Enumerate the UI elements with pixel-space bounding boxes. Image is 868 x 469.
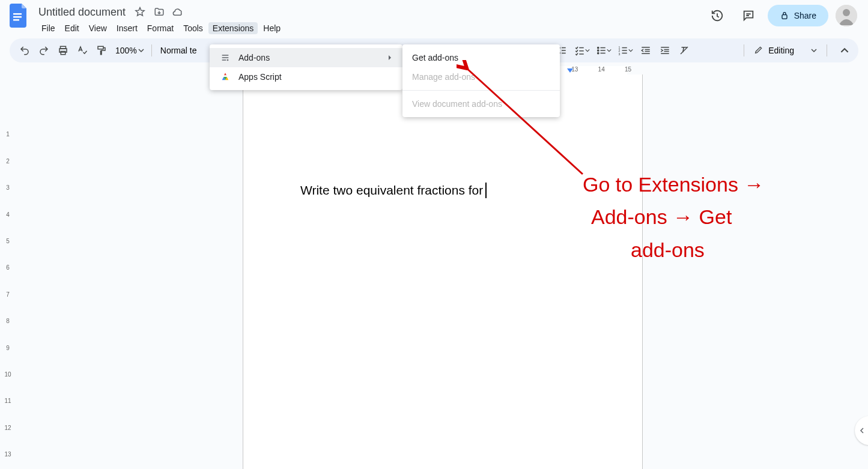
checklist-button[interactable] [572,41,592,59]
ruler-tick: 5 [0,238,16,244]
ruler-tick: 1 [0,131,16,138]
menu-edit[interactable]: Edit [61,22,83,34]
vertical-ruler: 12345678910111213 [0,74,16,469]
apps-script-icon [219,72,231,82]
svg-point-5 [843,9,850,16]
addons-menu-item-manage-add-ons: Manage add-ons [402,67,560,86]
history-icon[interactable] [705,4,729,28]
star-icon[interactable] [133,5,147,19]
paragraph-style-select[interactable]: Normal te [156,41,202,59]
ruler-indent-marker[interactable] [567,68,573,73]
svg-point-10 [597,47,598,48]
menu-format[interactable]: Format [143,22,178,34]
document-title[interactable]: Untitled document [36,5,128,20]
undo-button[interactable] [16,41,34,59]
submenu-arrow-icon [387,53,393,62]
svg-rect-9 [98,46,103,49]
ruler-tick: 12 [0,425,16,431]
document-body-text[interactable]: Write two equivalent fractions for [300,183,487,198]
menu-insert[interactable]: Insert [112,22,142,34]
ruler-tick: 10 [0,371,16,378]
svg-rect-1 [13,16,22,18]
ruler-tick: 3 [0,184,16,191]
svg-text:3: 3 [618,52,620,56]
move-icon[interactable] [152,5,166,19]
ruler-tick: 8 [0,318,16,324]
menu-item-label: Apps Script [238,72,282,82]
text-cursor [485,183,487,198]
paint-format-button[interactable] [93,41,111,59]
ruler-tick: 6 [0,264,16,271]
document-page[interactable] [243,109,643,469]
mode-label: Editing [768,46,794,55]
ruler-tick: 15 [625,66,631,73]
addons-submenu: Get add-onsManage add-onsView document a… [402,44,560,117]
menu-file[interactable]: File [37,22,59,34]
addons-icon [219,53,231,62]
cloud-status-icon[interactable] [171,5,186,19]
share-label: Share [794,11,816,20]
svg-point-12 [597,52,598,53]
addons-menu-item-view-document-add-ons: View document add-ons [402,94,560,113]
ruler-tick: 14 [598,66,605,73]
svg-rect-3 [782,15,787,19]
ruler-tick: 4 [0,211,16,218]
paragraph-style-label: Normal te [160,46,197,55]
svg-rect-0 [13,13,22,15]
addons-menu-item-get-add-ons[interactable]: Get add-ons [402,48,560,67]
numbered-list-button[interactable]: 123 [615,41,636,59]
ruler-tick: 13 [0,451,16,458]
ruler-tick: 2 [0,158,16,165]
side-panel-toggle[interactable] [855,416,868,445]
comments-icon[interactable] [736,4,760,28]
svg-point-11 [597,50,598,51]
print-button[interactable] [54,41,72,59]
ruler-tick: 7 [0,291,16,298]
mode-select[interactable]: Editing [748,41,823,59]
ruler-tick: 11 [0,398,16,404]
clear-formatting-button[interactable] [675,41,693,59]
menubar: FileEditViewInsertFormatToolsExtensionsH… [36,20,700,36]
extensions-menu-item-add-ons[interactable]: Add-ons [210,48,402,67]
collapse-toolbar-button[interactable] [837,41,852,59]
extensions-menu-item-apps-script[interactable]: Apps Script [210,67,402,86]
extensions-menu: Add-onsApps Script [210,44,402,90]
account-avatar[interactable] [836,5,857,26]
decrease-indent-button[interactable] [637,41,655,59]
share-button[interactable]: Share [768,5,828,26]
menu-separator [402,90,560,91]
svg-rect-2 [13,19,19,21]
redo-button[interactable] [35,41,53,59]
ruler-tick: 9 [0,345,16,351]
menu-extensions[interactable]: Extensions [208,22,258,34]
menu-item-label: Add-ons [238,53,270,62]
menu-help[interactable]: Help [259,22,285,34]
menu-view[interactable]: View [85,22,111,34]
zoom-label: 100% [115,46,137,55]
spellcheck-button[interactable] [73,41,91,59]
zoom-select[interactable]: 100% [112,41,148,59]
increase-indent-button[interactable] [656,41,674,59]
bulleted-list-button[interactable] [593,41,614,59]
menu-tools[interactable]: Tools [179,22,207,34]
docs-logo[interactable] [7,4,31,28]
